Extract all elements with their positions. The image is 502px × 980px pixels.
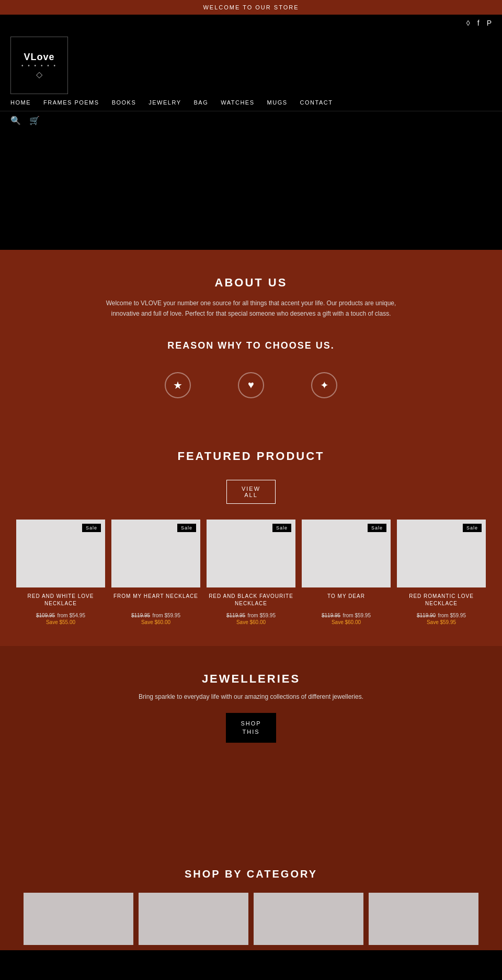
product-price-2: $119.95 from $59.95 Save $60.00 <box>111 610 200 625</box>
sale-badge-5: Sale <box>463 524 482 532</box>
category-title: SHOP BY CATEGORY <box>10 868 492 880</box>
price-save-5: Save $59.95 <box>397 619 486 625</box>
product-image-4: Sale <box>302 520 391 587</box>
sale-badge-3: Sale <box>272 524 291 532</box>
category-row <box>10 893 492 945</box>
product-name-5: RED ROMANTIC LOVE NECKLACE <box>397 593 486 607</box>
price-save-4: Save $60.00 <box>302 619 391 625</box>
top-banner: WELCOME TO OUR STORE <box>0 0 502 15</box>
product-image-3: Sale <box>207 520 295 587</box>
nav-jewelry[interactable]: JEWELRY <box>149 99 181 106</box>
shop-this-button[interactable]: SHOP THIS <box>226 713 276 743</box>
category-section: SHOP BY CATEGORY <box>0 847 502 950</box>
price-original-5: $119.90 <box>417 613 436 618</box>
products-row: Sale RED AND WHITE LOVE NECKLACE $109.95… <box>10 520 492 625</box>
nav-watches[interactable]: WATCHES <box>221 99 254 106</box>
nav-icons: 🔍 🛒 <box>0 111 502 130</box>
view-all-button[interactable]: VIEWALL <box>226 480 276 504</box>
product-image-5: Sale <box>397 520 486 587</box>
product-price-5: $119.90 from $59.95 Save $59.95 <box>397 610 486 625</box>
hero-section <box>0 130 502 250</box>
header: VLove • • • • • • ◇ <box>0 31 502 94</box>
features-row: ★ ♥ ✦ <box>42 362 460 408</box>
search-icon[interactable]: 🔍 <box>10 116 21 125</box>
product-image-2: Sale <box>111 520 200 587</box>
main-nav: HOME FRAMES POEMS BOOKS JEWELRY BAG WATC… <box>0 94 502 111</box>
feature-2: ♥ <box>230 372 272 402</box>
facebook-icon[interactable]: f <box>477 19 480 27</box>
feature-3: ✦ <box>303 372 345 402</box>
reason-title: REASON WHY TO CHOOSE US. <box>42 340 460 351</box>
product-name-4: TO MY DEAR <box>302 593 391 607</box>
featured-section: FEATURED PRODUCT VIEWALL Sale RED AND WH… <box>0 429 502 646</box>
price-original-2: $119.95 <box>131 613 150 618</box>
sale-badge-4: Sale <box>368 524 386 532</box>
cart-icon[interactable]: 🛒 <box>29 116 40 125</box>
price-save-3: Save $60.00 <box>207 619 295 625</box>
nav-home[interactable]: HOME <box>10 99 31 106</box>
feature-icon-2: ♥ <box>238 372 264 398</box>
product-price-3: $119.95 from $59.95 Save $60.00 <box>207 610 295 625</box>
price-from-3: from $59.95 <box>248 613 276 618</box>
price-original-1: $109.95 <box>36 613 55 618</box>
about-title: ABOUT US <box>42 276 460 290</box>
category-card-4[interactable] <box>369 893 478 945</box>
nav-mugs[interactable]: MUGS <box>267 99 288 106</box>
logo-diamond: ◇ <box>36 70 42 79</box>
nav-bag[interactable]: BAG <box>194 99 209 106</box>
logo-dots: • • • • • • <box>21 63 57 68</box>
price-from-2: from $59.95 <box>153 613 180 618</box>
product-card-5[interactable]: Sale RED ROMANTIC LOVE NECKLACE $119.90 … <box>397 520 486 625</box>
logo-name: VLove <box>24 52 54 63</box>
logo[interactable]: VLove • • • • • • ◇ <box>10 37 68 94</box>
price-save-1: Save $55.00 <box>16 619 105 625</box>
about-section: ABOUT US Welcome to VLOVE your number on… <box>0 250 502 429</box>
product-card-1[interactable]: Sale RED AND WHITE LOVE NECKLACE $109.95… <box>16 520 105 625</box>
product-card-2[interactable]: Sale FROM MY HEART NECKLACE $119.95 from… <box>111 520 200 625</box>
nav-contact[interactable]: CONTACT <box>300 99 333 106</box>
price-from-5: from $59.95 <box>438 613 466 618</box>
product-name-1: RED AND WHITE LOVE NECKLACE <box>16 593 105 607</box>
category-card-1[interactable] <box>24 893 133 945</box>
price-original-4: $119.95 <box>322 613 340 618</box>
product-card-3[interactable]: Sale RED AND BLACK FAVOURITE NECKLACE $1… <box>207 520 295 625</box>
about-text: Welcome to VLOVE your number one source … <box>105 298 397 319</box>
product-card-4[interactable]: Sale TO MY DEAR $119.95 from $59.95 Save… <box>302 520 391 625</box>
price-save-2: Save $60.00 <box>111 619 200 625</box>
product-price-4: $119.95 from $59.95 Save $60.00 <box>302 610 391 625</box>
product-image-1: Sale <box>16 520 105 587</box>
jewelleries-section: JEWELLERIES Bring sparkle to everyday li… <box>0 646 502 847</box>
jewelleries-subtitle: Bring sparkle to everyday life with our … <box>10 693 492 700</box>
sale-badge-1: Sale <box>82 524 101 532</box>
product-name-2: FROM MY HEART NECKLACE <box>111 593 200 607</box>
pinterest-icon[interactable]: P <box>487 19 492 27</box>
product-name-3: RED AND BLACK FAVOURITE NECKLACE <box>207 593 295 607</box>
feature-1: ★ <box>157 372 199 402</box>
price-from-1: from $54.95 <box>58 613 85 618</box>
category-card-3[interactable] <box>254 893 363 945</box>
shop-this-line2: THIS <box>242 729 259 735</box>
product-price-1: $109.95 from $54.95 Save $55.00 <box>16 610 105 625</box>
instagram-icon[interactable]: ◊ <box>466 19 470 27</box>
price-from-4: from $59.95 <box>343 613 371 618</box>
nav-frames-poems[interactable]: FRAMES POEMS <box>43 99 99 106</box>
nav-books[interactable]: BOOKS <box>112 99 136 106</box>
sale-badge-2: Sale <box>177 524 196 532</box>
shop-this-line1: SHOP <box>241 720 261 727</box>
featured-title: FEATURED PRODUCT <box>10 449 492 463</box>
category-card-2[interactable] <box>139 893 248 945</box>
social-bar: ◊ f P <box>0 15 502 31</box>
top-banner-text: WELCOME TO OUR STORE <box>203 4 299 10</box>
price-original-3: $119.95 <box>226 613 245 618</box>
feature-icon-1: ★ <box>165 372 191 398</box>
feature-icon-3: ✦ <box>311 372 337 398</box>
jewelleries-title: JEWELLERIES <box>10 672 492 686</box>
